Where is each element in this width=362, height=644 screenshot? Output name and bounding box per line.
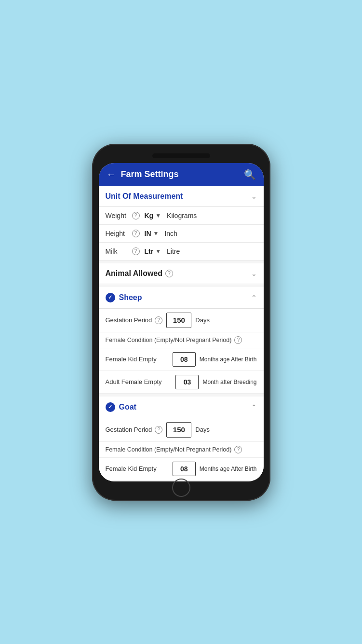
goat-female-kid-input[interactable] — [173, 462, 196, 476]
milk-row: Milk ? Ltr ▼ Litre — [99, 243, 264, 260]
goat-gestation-unit: Days — [195, 426, 210, 433]
milk-unit: Ltr — [145, 247, 154, 255]
goat-check-icon: ✓ — [106, 402, 115, 412]
goat-header[interactable]: ✓ Goat ⌃ — [99, 397, 264, 418]
sheep-female-kid-row: Female Kid Empty Months age After Birth — [99, 348, 264, 371]
height-select[interactable]: IN ▼ — [145, 230, 159, 237]
page-title: Farm Settings — [121, 169, 179, 179]
sheep-adult-female-row: Adult Female Empty Month after Breeding — [99, 371, 264, 394]
sheep-gestation-input[interactable] — [166, 313, 191, 328]
milk-select[interactable]: Ltr ▼ — [145, 247, 161, 255]
animal-allowed-header[interactable]: Animal Allowed ? ⌄ — [99, 263, 264, 284]
phone-frame: ← Farm Settings 🔍 Unit Of Measurement ⌄ … — [92, 144, 270, 501]
sheep-adult-female-unit: Month after Breeding — [202, 379, 256, 385]
home-button[interactable] — [172, 479, 190, 497]
app-content: Unit Of Measurement ⌄ Weight ? Kg ▼ Kilo… — [99, 186, 264, 481]
sheep-gestation-unit: Days — [195, 316, 210, 324]
sheep-condition-label: Female Condition (Empty/Not Pregnant Per… — [106, 337, 232, 343]
weight-label: Weight — [106, 212, 132, 219]
animal-allowed-section: Animal Allowed ? ⌄ — [99, 263, 264, 284]
sheep-female-kid-input[interactable] — [173, 352, 196, 367]
milk-dropdown-arrow: ▼ — [155, 248, 161, 255]
phone-screen: ← Farm Settings 🔍 Unit Of Measurement ⌄ … — [99, 163, 264, 481]
weight-dropdown-arrow: ▼ — [155, 212, 161, 219]
goat-female-kid-label: Female Kid Empty — [106, 465, 173, 472]
search-icon[interactable]: 🔍 — [244, 169, 256, 180]
milk-help-icon[interactable]: ? — [132, 247, 140, 255]
weight-help-icon[interactable]: ? — [132, 212, 140, 219]
goat-gestation-row: Gestation Period ? Days — [99, 418, 264, 441]
animal-allowed-help-icon[interactable]: ? — [165, 270, 173, 277]
sheep-adult-female-label: Adult Female Empty — [106, 378, 176, 385]
sheep-gestation-help-icon[interactable]: ? — [155, 316, 162, 324]
goat-title: ✓ Goat — [106, 402, 136, 412]
goat-gestation-label: Gestation Period — [106, 426, 152, 433]
sheep-female-kid-label: Female Kid Empty — [106, 356, 173, 363]
unit-of-measurement-title: Unit Of Measurement — [106, 192, 183, 201]
goat-section: ✓ Goat ⌃ Gestation Period ? Days Female … — [99, 397, 264, 481]
height-unit: IN — [145, 230, 151, 237]
height-label: Height — [106, 230, 132, 237]
unit-chevron-icon: ⌄ — [251, 192, 257, 200]
goat-chevron-icon: ⌃ — [251, 403, 257, 411]
phone-notch — [99, 151, 264, 161]
weight-row: Weight ? Kg ▼ Kilograms — [99, 207, 264, 225]
unit-of-measurement-section: Unit Of Measurement ⌄ Weight ? Kg ▼ Kilo… — [99, 186, 264, 260]
back-button[interactable]: ← — [107, 169, 116, 180]
sheep-female-kid-unit: Months age After Birth — [200, 356, 257, 363]
goat-condition-row: Female Condition (Empty/Not Pregnant Per… — [99, 441, 264, 458]
goat-gestation-input[interactable] — [166, 422, 191, 438]
sheep-header[interactable]: ✓ Sheep ⌃ — [99, 287, 264, 309]
sheep-gestation-label: Gestation Period — [106, 316, 152, 324]
height-row: Height ? IN ▼ Inch — [99, 225, 264, 243]
phone-home-bar — [99, 481, 264, 494]
goat-female-kid-unit: Months age After Birth — [200, 466, 257, 472]
sheep-condition-help-icon[interactable]: ? — [234, 336, 242, 344]
sheep-check-icon: ✓ — [106, 293, 115, 302]
animal-allowed-chevron-icon: ⌄ — [251, 270, 257, 277]
goat-gestation-help-icon[interactable]: ? — [155, 426, 162, 434]
milk-label: Milk — [106, 247, 132, 255]
goat-condition-label: Female Condition (Empty/Not Pregnant Per… — [106, 446, 232, 453]
weight-select[interactable]: Kg ▼ — [145, 212, 161, 219]
height-dropdown-arrow: ▼ — [153, 230, 159, 237]
animal-allowed-title: Animal Allowed — [106, 269, 163, 278]
goat-female-kid-row: Female Kid Empty Months age After Birth — [99, 458, 264, 480]
sheep-title: ✓ Sheep — [106, 293, 142, 302]
sheep-chevron-icon: ⌃ — [251, 294, 257, 301]
goat-condition-help-icon[interactable]: ? — [234, 446, 242, 453]
height-help-icon[interactable]: ? — [132, 230, 140, 237]
app-header: ← Farm Settings 🔍 — [99, 163, 264, 186]
sheep-gestation-row: Gestation Period ? Days — [99, 309, 264, 332]
sheep-section: ✓ Sheep ⌃ Gestation Period ? Days Female… — [99, 287, 264, 394]
weight-unit: Kg — [145, 212, 154, 219]
weight-full: Kilograms — [167, 212, 197, 219]
unit-of-measurement-header[interactable]: Unit Of Measurement ⌄ — [99, 186, 264, 207]
height-full: Inch — [164, 230, 177, 237]
sheep-condition-row: Female Condition (Empty/Not Pregnant Per… — [99, 332, 264, 348]
milk-full: Litre — [167, 247, 180, 255]
sheep-adult-female-input[interactable] — [175, 375, 199, 389]
